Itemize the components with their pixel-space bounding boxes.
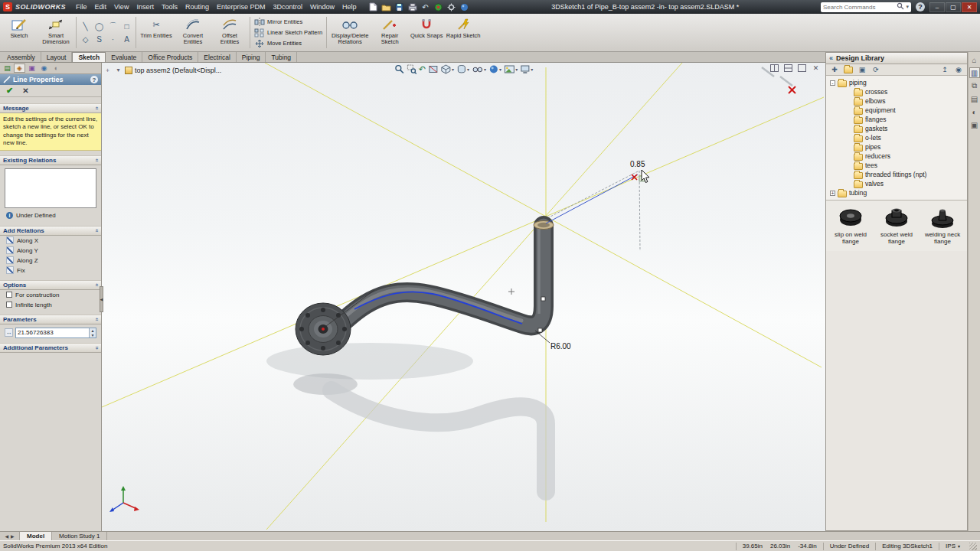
zoom-to-fit-icon[interactable]	[394, 64, 404, 75]
tab-view-palette-icon[interactable]: ▤	[969, 93, 980, 104]
menu-item[interactable]: Tools	[158, 2, 181, 12]
help-icon[interactable]: ?	[916, 2, 925, 11]
library-tree-item[interactable]: gaskets	[826, 124, 967, 133]
section-view-icon[interactable]	[428, 64, 438, 75]
convert-entities-button[interactable]: Convert Entities	[175, 15, 211, 51]
tab-scroll-right-icon[interactable]: ▶	[11, 533, 15, 539]
tree-twisty-icon[interactable]	[846, 108, 851, 113]
option-row[interactable]: Infinite length	[0, 300, 101, 310]
parameter-value[interactable]: 21.56726383	[16, 328, 89, 337]
tree-twisty-icon[interactable]	[846, 154, 851, 159]
sketch-entity-tool-icon[interactable]: S	[93, 33, 106, 45]
library-tree-item[interactable]: threaded fittings (npt)	[826, 170, 967, 179]
sketch-entity-tool-icon[interactable]: ◯	[93, 20, 106, 32]
tree-twisty-icon[interactable]	[846, 126, 851, 132]
appearance-icon[interactable]	[459, 2, 470, 12]
tree-twisty-icon[interactable]: -	[830, 80, 835, 86]
pin-pane-icon[interactable]: ◉	[953, 65, 964, 74]
command-tab[interactable]: Layout	[41, 52, 73, 62]
sketch-point[interactable]	[322, 328, 325, 331]
message-section-header[interactable]: Message «	[0, 103, 101, 113]
units-dropdown-icon[interactable]: ▾	[958, 543, 960, 549]
menu-item[interactable]: File	[72, 2, 91, 12]
tab-solidworks-resources-icon[interactable]: ⌂	[969, 54, 980, 65]
mirror-entities-button[interactable]: Mirror Entities	[254, 18, 322, 27]
menu-item[interactable]: Edit	[91, 2, 111, 12]
command-tab[interactable]: Tubing	[266, 52, 297, 62]
add-relations-section-header[interactable]: Add Relations «	[0, 226, 101, 236]
move-entities-button[interactable]: Move Entities	[254, 39, 322, 48]
checkbox[interactable]	[6, 292, 12, 298]
spin-down-icon[interactable]: ▼	[90, 333, 96, 337]
sketch-entity-tool-icon[interactable]: ·	[106, 33, 119, 45]
viewport-tile-icon[interactable]	[769, 64, 779, 73]
tab-propertymanager-icon[interactable]: ◈	[14, 64, 25, 73]
flyout-tree-root-label[interactable]: top assem2 (Default<Displ...	[135, 67, 221, 74]
menu-item[interactable]: 3Dcontrol	[269, 2, 306, 12]
library-tree-item[interactable]: equipment	[826, 106, 967, 115]
search-icon[interactable]	[897, 2, 904, 11]
library-item-welding-neck-flange[interactable]: welding neck flange	[921, 207, 964, 245]
library-tree-item[interactable]: elbows	[826, 96, 967, 106]
tab-model[interactable]: Model	[20, 532, 52, 540]
menu-item[interactable]: Window	[306, 2, 338, 12]
menu-item[interactable]: Help	[338, 2, 361, 12]
flange[interactable]	[296, 303, 351, 355]
offset-entities-button[interactable]: Offset Entities	[212, 15, 247, 51]
command-tab[interactable]: Evaluate	[106, 52, 142, 62]
tree-twisty-icon[interactable]	[846, 90, 851, 95]
tab-scroll-left-icon[interactable]: ◀	[5, 533, 8, 539]
pm-cancel-button[interactable]: ✕	[22, 86, 28, 95]
view-settings-icon[interactable]: ▾	[520, 64, 533, 75]
graphics-viewport[interactable]: R6.00 0.85 ＋ ▾	[102, 63, 825, 531]
tab-dimxpertmanager-icon[interactable]: ◉	[38, 64, 50, 73]
display-delete-relations-button[interactable]: Display/Delete Relations	[329, 15, 371, 51]
library-tree-item[interactable]: reducers	[826, 152, 967, 161]
zoom-to-area-icon[interactable]	[407, 64, 416, 75]
add-relation-button[interactable]: Along Z	[0, 256, 101, 266]
library-item-socket-weld-flange[interactable]: socket weld flange	[875, 207, 918, 245]
sketch-entity-tool-icon[interactable]: ╲	[79, 20, 92, 32]
add-relation-button[interactable]: Along Y	[0, 246, 101, 256]
up-one-level-icon[interactable]: ↥	[939, 65, 950, 74]
quick-snaps-button[interactable]: Quick Snaps	[409, 15, 444, 51]
pipe-body[interactable]	[345, 221, 554, 326]
maximize-button[interactable]: ▢	[946, 2, 961, 12]
create-new-folder-icon[interactable]: ▣	[857, 65, 867, 74]
rebuild-icon[interactable]	[433, 2, 444, 12]
command-tab[interactable]: Sketch	[72, 52, 106, 62]
radius-dimension-text[interactable]: R6.00	[550, 342, 571, 350]
viewport-split-icon[interactable]	[783, 64, 793, 73]
hide-show-items-icon[interactable]: ▾	[472, 64, 486, 75]
tab-displaymanager-icon[interactable]: ◐	[51, 64, 62, 73]
sketch-entity-tool-icon[interactable]: □	[120, 20, 133, 32]
tree-twisty-icon[interactable]	[846, 135, 851, 141]
apply-scene-icon[interactable]: ▾	[504, 64, 518, 75]
tree-twisty-icon[interactable]	[846, 145, 851, 150]
menu-item[interactable]: Enterprise PDM	[213, 2, 270, 12]
open-document-icon[interactable]	[381, 2, 392, 12]
pm-help-icon[interactable]: ?	[90, 76, 98, 83]
library-tree-item[interactable]: valves	[826, 179, 967, 188]
tab-file-explorer-icon[interactable]: ⧉	[969, 80, 980, 91]
edit-appearance-icon[interactable]: ▾	[488, 64, 501, 75]
command-tab[interactable]: Assembly	[2, 52, 41, 62]
options-section-header[interactable]: Options «	[0, 280, 101, 290]
tab-design-library-icon[interactable]: ▥	[969, 67, 980, 78]
command-tab[interactable]: Piping	[237, 52, 266, 62]
unit-system-selector[interactable]: IPS ▾	[939, 543, 966, 550]
tab-featuremanager-icon[interactable]: ▤	[2, 64, 13, 73]
search-dropdown-icon[interactable]: ▾	[906, 4, 909, 10]
tree-twisty-icon[interactable]	[846, 163, 851, 168]
add-relation-button[interactable]: Along X	[0, 236, 101, 246]
viewport-maximize-icon[interactable]	[797, 64, 807, 73]
library-tree-item[interactable]: + tubing	[826, 188, 967, 197]
display-style-icon[interactable]: ▾	[456, 64, 469, 75]
tree-twisty-icon[interactable]	[846, 181, 851, 187]
tab-custom-properties-icon[interactable]: ▣	[969, 119, 980, 130]
parameter-input[interactable]: 21.56726383 ▲▼	[15, 328, 96, 338]
sketch-entity-tool-icon[interactable]: A	[120, 33, 133, 45]
sketch-button[interactable]: Sketch	[2, 15, 37, 51]
library-tree-item[interactable]: flanges	[826, 115, 967, 124]
additional-parameters-section-header[interactable]: Additional Parameters «	[0, 343, 101, 353]
